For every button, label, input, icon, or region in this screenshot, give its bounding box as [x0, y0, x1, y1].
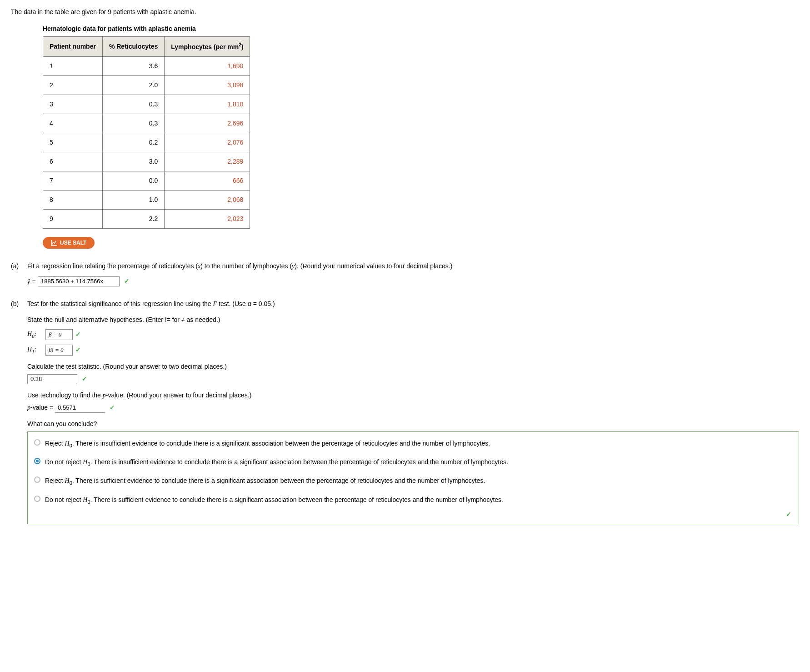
- chart-icon: [51, 240, 57, 246]
- check-icon: ✓: [82, 374, 87, 384]
- check-icon: ✓: [124, 276, 130, 286]
- conclusion-option[interactable]: Reject H0. There is sufficient evidence …: [32, 472, 794, 491]
- conclusion-option-text: Reject H0. There is sufficient evidence …: [45, 476, 792, 487]
- table-row: 70.0666: [43, 171, 250, 190]
- pvalue-input[interactable]: [55, 403, 105, 413]
- test-stat-input[interactable]: [27, 374, 77, 384]
- conclusion-options: Reject H0. There is insufficient evidenc…: [27, 431, 799, 525]
- use-salt-label: USE SALT: [60, 240, 86, 246]
- table-title: Hematologic data for patients with aplas…: [43, 24, 799, 34]
- intro-text: The data in the table are given for 9 pa…: [11, 7, 799, 17]
- h1-label: H1:: [27, 345, 45, 355]
- cell-lymphocytes: 2,076: [165, 133, 250, 152]
- cell-patient: 5: [43, 133, 103, 152]
- conclusion-option[interactable]: Reject H0. There is insufficient evidenc…: [32, 435, 794, 453]
- cell-patient: 2: [43, 75, 103, 95]
- cell-reticulocytes: 3.0: [102, 152, 164, 171]
- radio-icon: [34, 496, 40, 502]
- cell-lymphocytes: 1,810: [165, 95, 250, 114]
- cell-lymphocytes: 3,098: [165, 75, 250, 95]
- col-header-reticulocytes: % Reticulocytes: [102, 37, 164, 57]
- col-header-patient: Patient number: [43, 37, 103, 57]
- hypotheses-intro: State the null and alternative hypothese…: [27, 315, 799, 325]
- regression-input[interactable]: [38, 276, 120, 286]
- cell-patient: 4: [43, 114, 103, 133]
- pvalue-label-p: p: [27, 404, 30, 411]
- cell-patient: 1: [43, 56, 103, 75]
- table-row: 40.32,696: [43, 114, 250, 133]
- h0-input[interactable]: [45, 329, 73, 340]
- h0-label: H0:: [27, 329, 45, 340]
- conclusion-question: What can you conclude?: [27, 419, 799, 429]
- cell-patient: 6: [43, 152, 103, 171]
- check-icon: ✓: [75, 330, 81, 339]
- table-row: 81.02,068: [43, 190, 250, 209]
- cell-lymphocytes: 2,696: [165, 114, 250, 133]
- cell-reticulocytes: 3.6: [102, 56, 164, 75]
- check-icon: ✓: [786, 510, 791, 519]
- table-row: 22.03,098: [43, 75, 250, 95]
- conclusion-option-text: Reject H0. There is insufficient evidenc…: [45, 438, 792, 450]
- table-row: 50.22,076: [43, 133, 250, 152]
- data-table: Patient number % Reticulocytes Lymphocyt…: [43, 36, 250, 229]
- table-row: 63.02,289: [43, 152, 250, 171]
- yhat-label: ŷ =: [27, 278, 36, 285]
- part-b-prompt: Test for the statistical significance of…: [27, 299, 799, 309]
- cell-patient: 8: [43, 190, 103, 209]
- radio-icon: [34, 458, 40, 464]
- cell-reticulocytes: 0.0: [102, 171, 164, 190]
- cell-reticulocytes: 0.2: [102, 133, 164, 152]
- cell-patient: 9: [43, 209, 103, 228]
- cell-lymphocytes: 666: [165, 171, 250, 190]
- col-header-lymphocytes: Lymphocytes (per mm2): [165, 37, 250, 57]
- part-a-prompt: Fit a regression line relating the perce…: [27, 261, 799, 271]
- radio-icon: [34, 476, 40, 483]
- radio-icon: [34, 439, 40, 446]
- table-row: 92.22,023: [43, 209, 250, 228]
- cell-reticulocytes: 0.3: [102, 95, 164, 114]
- table-row: 30.31,810: [43, 95, 250, 114]
- cell-reticulocytes: 1.0: [102, 190, 164, 209]
- check-icon: ✓: [110, 403, 115, 412]
- pvalue-label-suffix: -value =: [30, 404, 55, 411]
- cell-lymphocytes: 1,690: [165, 56, 250, 75]
- part-a-label: (a): [11, 261, 27, 286]
- conclusion-option[interactable]: Do not reject H0. There is sufficient ev…: [32, 491, 794, 510]
- cell-reticulocytes: 0.3: [102, 114, 164, 133]
- cell-lymphocytes: 2,068: [165, 190, 250, 209]
- conclusion-option-text: Do not reject H0. There is insufficient …: [45, 457, 792, 468]
- check-icon: ✓: [75, 345, 81, 355]
- conclusion-option[interactable]: Do not reject H0. There is insufficient …: [32, 453, 794, 472]
- part-b-label: (b): [11, 299, 27, 525]
- cell-patient: 3: [43, 95, 103, 114]
- table-row: 13.61,690: [43, 56, 250, 75]
- cell-patient: 7: [43, 171, 103, 190]
- cell-lymphocytes: 2,023: [165, 209, 250, 228]
- pvalue-prompt: Use technology to find the p-value. (Rou…: [27, 391, 799, 400]
- conclusion-option-text: Do not reject H0. There is sufficient ev…: [45, 495, 792, 506]
- use-salt-button[interactable]: USE SALT: [43, 237, 95, 249]
- cell-reticulocytes: 2.2: [102, 209, 164, 228]
- test-stat-prompt: Calculate the test statistic. (Round you…: [27, 362, 799, 371]
- cell-reticulocytes: 2.0: [102, 75, 164, 95]
- h1-input[interactable]: [45, 345, 73, 356]
- cell-lymphocytes: 2,289: [165, 152, 250, 171]
